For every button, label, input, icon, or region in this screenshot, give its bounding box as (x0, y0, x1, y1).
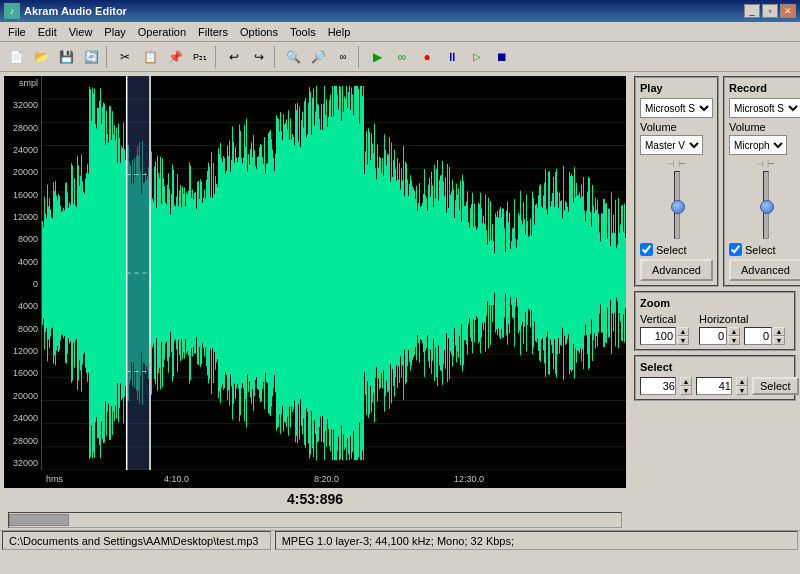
zoom-vertical-input[interactable]: 100 (640, 327, 676, 345)
select-v2-up[interactable]: ▲ (736, 377, 748, 386)
play-record-sections: Play Microsoft S Volume Master V ⊣ ⊢ (634, 76, 796, 287)
restore-button[interactable]: ▫ (762, 4, 778, 18)
zoom-h2-down[interactable]: ▼ (773, 336, 785, 345)
menu-view[interactable]: View (63, 24, 99, 40)
record-section: Record Microsoft S Volume Microph ⊣ ⊢ (723, 76, 800, 287)
zoom-vertical-up[interactable]: ▲ (677, 327, 689, 336)
cut-button[interactable]: ✂ (113, 45, 137, 69)
x-axis: hms 4:10.0 8:20.0 12:30.0 (4, 470, 626, 488)
select-v2-down[interactable]: ▼ (736, 386, 748, 395)
play-volume-label: Volume (640, 121, 713, 133)
menu-operation[interactable]: Operation (132, 24, 192, 40)
title-bar: ♪ Akram Audio Editor _ ▫ ✕ (0, 0, 800, 22)
play-section: Play Microsoft S Volume Master V ⊣ ⊢ (634, 76, 719, 287)
menu-file[interactable]: File (2, 24, 32, 40)
toolbar: 📄 📂 💾 🔄 ✂ 📋 📌 P₂₁ ↩ ↪ 🔍 🔎 ∞ ▶ ∞ ● ⏸ ▷ ⏹ (0, 42, 800, 72)
record-select-row: Select (729, 243, 800, 256)
waveform-canvas[interactable] (42, 76, 626, 470)
menu-filters[interactable]: Filters (192, 24, 234, 40)
open-button[interactable]: 📂 (29, 45, 53, 69)
zoom-out-button[interactable]: 🔎 (306, 45, 330, 69)
record-volume-slider[interactable]: ⊣ ⊢ (729, 159, 800, 239)
select-button[interactable]: Select (752, 377, 799, 395)
record-device-select[interactable]: Microsoft S (729, 98, 800, 118)
record-volume-label: Volume (729, 121, 800, 133)
record-slider-track (763, 171, 769, 239)
zoom-h1-up[interactable]: ▲ (728, 327, 740, 336)
play-loop-button[interactable]: ∞ (390, 45, 414, 69)
play-select-label: Select (656, 244, 687, 256)
play-volume-device-row: Master V (640, 135, 713, 155)
play-select-checkbox[interactable] (640, 243, 653, 256)
play-volume-select[interactable]: Master V (640, 135, 703, 155)
copy-button[interactable]: 📋 (138, 45, 162, 69)
zoom-h2-up[interactable]: ▲ (773, 327, 785, 336)
play-title: Play (640, 82, 713, 94)
play-device-row: Microsoft S (640, 98, 713, 118)
zoom-section: Zoom Vertical 100 ▲ ▼ Horizontal 0 (634, 291, 796, 351)
zoom-horizontal-label: Horizontal (699, 313, 785, 325)
minimize-button[interactable]: _ (744, 4, 760, 18)
menu-play[interactable]: Play (98, 24, 131, 40)
time-display: 4:53:896 (4, 488, 626, 510)
record-advanced-button[interactable]: Advanced (729, 259, 800, 281)
zoom-h1-input[interactable]: 0 (699, 327, 727, 345)
play-slider-track (674, 171, 680, 239)
status-file: C:\Documents and Settings\AAM\Desktop\te… (2, 531, 271, 550)
status-info: MPEG 1.0 layer-3; 44,100 kHz; Mono; 32 K… (275, 531, 798, 550)
zoom-in-button[interactable]: 🔍 (281, 45, 305, 69)
play-advanced-button[interactable]: Advanced (640, 259, 713, 281)
select-value2-input[interactable] (696, 377, 732, 395)
record-select-checkbox[interactable] (729, 243, 742, 256)
status-bar: C:\Documents and Settings\AAM\Desktop\te… (0, 530, 800, 550)
y-axis: smpl 32000 28000 24000 20000 16000 12000… (4, 76, 42, 470)
redo-button[interactable]: ↪ (247, 45, 271, 69)
select-v1-down[interactable]: ▼ (680, 386, 692, 395)
paste-special-button[interactable]: P₂₁ (188, 45, 212, 69)
reload-button[interactable]: 🔄 (79, 45, 103, 69)
menu-edit[interactable]: Edit (32, 24, 63, 40)
waveform-display (42, 76, 626, 470)
play-volume-slider[interactable]: ⊣ ⊢ (640, 159, 713, 239)
zoom-vertical-label: Vertical (640, 313, 689, 325)
select-v1-up[interactable]: ▲ (680, 377, 692, 386)
menu-tools[interactable]: Tools (284, 24, 322, 40)
select-value1-input[interactable] (640, 377, 676, 395)
record-volume-device-row: Microph (729, 135, 800, 155)
pause-button[interactable]: ⏸ (440, 45, 464, 69)
scrollbar-thumb[interactable] (9, 514, 69, 526)
waveform-container: smpl 32000 28000 24000 20000 16000 12000… (0, 72, 630, 530)
scrollbar[interactable] (8, 512, 622, 528)
zoom-h1-down[interactable]: ▼ (728, 336, 740, 345)
app-icon: ♪ (4, 3, 20, 19)
close-button[interactable]: ✕ (780, 4, 796, 18)
play-device-select[interactable]: Microsoft S (640, 98, 713, 118)
new-button[interactable]: 📄 (4, 45, 28, 69)
find-button[interactable]: ∞ (331, 45, 355, 69)
app-title: Akram Audio Editor (24, 5, 127, 17)
right-panel: Play Microsoft S Volume Master V ⊣ ⊢ (630, 72, 800, 530)
record-slider-thumb[interactable] (760, 200, 774, 214)
menu-options[interactable]: Options (234, 24, 284, 40)
select-section: Select ▲ ▼ ▲ ▼ Select (634, 355, 796, 401)
play-sel-button[interactable]: ▷ (465, 45, 489, 69)
zoom-h2-input[interactable]: 0 (744, 327, 772, 345)
record-title: Record (729, 82, 800, 94)
record-select-label: Select (745, 244, 776, 256)
zoom-vertical-down[interactable]: ▼ (677, 336, 689, 345)
record-volume-select[interactable]: Microph (729, 135, 787, 155)
select-title: Select (640, 361, 790, 373)
main-area: smpl 32000 28000 24000 20000 16000 12000… (0, 72, 800, 530)
play-select-row: Select (640, 243, 713, 256)
menu-bar: File Edit View Play Operation Filters Op… (0, 22, 800, 42)
play-slider-thumb[interactable] (671, 200, 685, 214)
save-button[interactable]: 💾 (54, 45, 78, 69)
menu-help[interactable]: Help (322, 24, 357, 40)
stop-button[interactable]: ⏹ (490, 45, 514, 69)
zoom-title: Zoom (640, 297, 790, 309)
record-device-row: Microsoft S (729, 98, 800, 118)
play-button[interactable]: ▶ (365, 45, 389, 69)
undo-button[interactable]: ↩ (222, 45, 246, 69)
paste-button[interactable]: 📌 (163, 45, 187, 69)
record-button[interactable]: ● (415, 45, 439, 69)
